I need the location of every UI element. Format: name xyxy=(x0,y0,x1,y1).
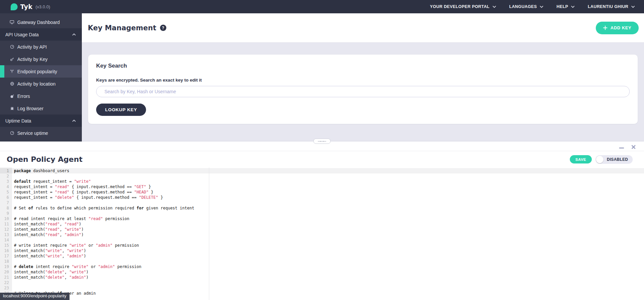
line-number: 23 xyxy=(0,285,12,291)
code-text: intent_match("read", "write") xyxy=(12,227,644,232)
code-line[interactable]: 7 xyxy=(0,200,644,205)
code-text: # delete intent require "write" or "admi… xyxy=(12,264,644,269)
key-search-input[interactable] xyxy=(96,86,630,97)
sidebar-item-label: Endpoint popularity xyxy=(17,69,57,74)
panel-drag-handle[interactable] xyxy=(313,139,331,144)
help-icon[interactable]: ? xyxy=(160,25,166,31)
main-header: Key Management ? ADD KEY xyxy=(82,13,644,42)
code-text xyxy=(12,259,644,264)
line-number: 5 xyxy=(0,189,12,195)
code-line[interactable]: 17intent_match("write", "admin") xyxy=(0,253,644,259)
code-line[interactable]: 10# read intent require at least "read" … xyxy=(0,216,644,221)
monitor-icon xyxy=(10,20,14,24)
line-number: 12 xyxy=(0,227,12,232)
code-text: intent_match("write", "write") xyxy=(12,248,644,253)
sidebar-item-errors[interactable]: Errors xyxy=(0,90,82,102)
status-url-tooltip: localhost:9000/endpoint-popularity xyxy=(0,293,70,300)
code-line[interactable]: 23 xyxy=(0,285,644,291)
code-line[interactable]: 20intent_match("delete", "write") xyxy=(0,269,644,275)
sidebar-item-endpoint-popularity[interactable]: Endpoint popularity xyxy=(0,65,82,78)
code-line[interactable]: 4request_intent = "read" { input.request… xyxy=(0,184,644,189)
add-key-button[interactable]: ADD KEY xyxy=(596,22,639,34)
line-number: 21 xyxy=(0,275,12,280)
sidebar-item-activity-by-location[interactable]: Activity by location xyxy=(0,78,82,90)
nav-menu-user[interactable]: LAURENTIU GHIUR xyxy=(588,4,635,9)
line-number: 9 xyxy=(0,211,12,216)
code-text xyxy=(12,237,644,243)
code-text: intent_match("read", "read") xyxy=(12,221,644,227)
code-line[interactable]: 12intent_match("read", "write") xyxy=(0,227,644,232)
code-line[interactable]: 9 xyxy=(0,211,644,216)
logo-text: Tyk xyxy=(20,3,33,10)
nav-menu-languages[interactable]: LANGUAGES xyxy=(509,4,543,9)
sidebar-item-service-uptime[interactable]: Service uptime xyxy=(0,127,82,139)
code-line[interactable]: 11intent_match("read", "read") xyxy=(0,221,644,227)
line-number: 10 xyxy=(0,216,12,221)
disabled-toggle[interactable]: DISABLED xyxy=(595,155,633,164)
toggle-knob[interactable] xyxy=(596,156,603,163)
code-line[interactable]: 8# Set of rules to define which permissi… xyxy=(0,205,644,211)
code-line[interactable]: 5request_intent = "read" { input.request… xyxy=(0,189,644,195)
sidebar-item-label: Activity by API xyxy=(17,44,47,50)
sidebar-section-label: Uptime Data xyxy=(5,118,31,124)
bomb-icon xyxy=(10,94,14,98)
save-button[interactable]: SAVE xyxy=(570,155,592,163)
chevron-down-icon xyxy=(571,6,574,8)
sidebar-item-activity-by-key[interactable]: Activity by Key xyxy=(0,53,82,65)
code-line[interactable]: 22 xyxy=(0,280,644,285)
nav-menu-developer-portal[interactable]: YOUR DEVELOPER PORTAL xyxy=(430,4,496,9)
line-number: 7 xyxy=(0,200,12,205)
code-text: intent_match("delete", "write") xyxy=(12,269,644,275)
chevron-down-icon xyxy=(631,6,635,8)
code-line[interactable]: 24# Helper to check if user an admin xyxy=(0,291,644,296)
sidebar-section-api-usage-data[interactable]: API Usage Data xyxy=(0,28,82,41)
sidebar-item-activity-by-api[interactable]: Activity by API xyxy=(0,41,82,53)
tyk-logo[interactable]: Tyk (v3.0.0) xyxy=(11,3,50,10)
nav-menu-help[interactable]: HELP xyxy=(557,4,574,9)
nav-menu-label: LAURENTIU GHIUR xyxy=(588,4,628,9)
code-text: package dashboard_users xyxy=(12,168,644,173)
code-line[interactable]: 14 xyxy=(0,237,644,243)
code-text: # write intent require "write" or "admin… xyxy=(12,243,644,248)
chevron-up-icon xyxy=(72,33,76,36)
lookup-key-button[interactable]: LOOKUP KEY xyxy=(96,104,146,116)
code-text: request_intent = "delete" { input.reques… xyxy=(12,195,644,200)
chevron-up-icon xyxy=(72,120,76,122)
chevron-down-icon xyxy=(540,6,543,8)
code-line[interactable]: 21intent_match("delete", "admin") xyxy=(0,275,644,280)
code-line[interactable]: 1package dashboard_users xyxy=(0,168,644,173)
code-text xyxy=(12,285,644,291)
minimize-icon[interactable] xyxy=(619,148,624,149)
version-label: (v3.0.0) xyxy=(36,4,50,9)
line-number: 6 xyxy=(0,195,12,200)
code-line[interactable]: 3default request_intent = "write" xyxy=(0,179,644,184)
sidebar-item-gateway-dashboard[interactable]: Gateway Dashboard xyxy=(0,16,82,28)
navbar-menu: YOUR DEVELOPER PORTALLANGUAGESHELPLAUREN… xyxy=(430,4,635,9)
code-line[interactable]: 15# write intent require "write" or "adm… xyxy=(0,243,644,248)
sidebar-item-label: Errors xyxy=(17,94,30,99)
code-line[interactable]: 19# delete intent require "write" or "ad… xyxy=(0,264,644,269)
code-line[interactable]: 18 xyxy=(0,259,644,264)
line-number: 17 xyxy=(0,253,12,259)
line-number: 11 xyxy=(0,221,12,227)
line-number: 4 xyxy=(0,184,12,189)
code-editor[interactable]: 1package dashboard_users23default reques… xyxy=(0,167,644,300)
code-line[interactable]: 2 xyxy=(0,173,644,179)
sidebar-section-uptime-data[interactable]: Uptime Data xyxy=(0,115,82,127)
code-text xyxy=(12,173,644,179)
drag-dots-icon xyxy=(318,141,326,142)
sidebar-section-label: API Usage Data xyxy=(5,32,39,37)
gauge-icon xyxy=(10,131,14,135)
code-line[interactable]: 13intent_match("read", "admin") xyxy=(0,232,644,237)
sidebar-item-label: Gateway Dashboard xyxy=(17,20,60,25)
toggle-label: DISABLED xyxy=(603,157,632,162)
close-icon[interactable] xyxy=(631,145,636,149)
code-text xyxy=(12,200,644,205)
sidebar-item-log-browser[interactable]: Log Browser xyxy=(0,102,82,115)
code-text: intent_match("write", "admin") xyxy=(12,253,644,259)
code-line[interactable]: 6request_intent = "delete" { input.reque… xyxy=(0,195,644,200)
nav-menu-label: HELP xyxy=(557,4,568,9)
code-line[interactable]: 16intent_match("write", "write") xyxy=(0,248,644,253)
key-search-card: Key Search Keys are encrypted. Search an… xyxy=(88,55,638,124)
code-lines: 1package dashboard_users23default reques… xyxy=(0,168,644,296)
